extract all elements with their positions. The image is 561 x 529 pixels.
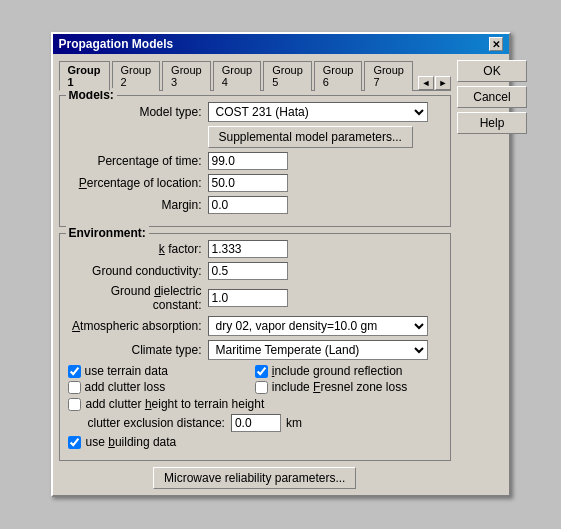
add-clutter-loss-checkbox[interactable] [68, 381, 81, 394]
add-clutter-loss-cell: add clutter loss [68, 380, 255, 394]
include-ground-reflection-checkbox[interactable] [255, 365, 268, 378]
margin-input[interactable] [208, 196, 288, 214]
include-ground-reflection-label: include ground reflection [272, 364, 403, 378]
use-building-data-checkbox[interactable] [68, 436, 81, 449]
model-type-row: Model type: COST 231 (Hata) [68, 102, 442, 122]
climate-type-row: Climate type: Maritime Temperate (Land) [68, 340, 442, 360]
tab-group3[interactable]: Group 3 [162, 61, 211, 91]
clutter-exclusion-row: clutter exclusion distance: km [68, 414, 442, 432]
climate-type-select[interactable]: Maritime Temperate (Land) [208, 340, 428, 360]
tab-group2[interactable]: Group 2 [112, 61, 161, 91]
include-fresnel-zone-loss-checkbox[interactable] [255, 381, 268, 394]
side-buttons: OK Cancel Help [457, 60, 527, 489]
add-clutter-height-row: add clutter height to terrain height [68, 397, 442, 411]
atmospheric-absorption-row: Atmospheric absorption: dry 02, vapor de… [68, 316, 442, 336]
ground-dielectric-label: Ground dielectric constant: [68, 284, 208, 312]
k-factor-label: k factor: [68, 242, 208, 256]
tab-group6[interactable]: Group 6 [314, 61, 363, 91]
tab-nav-right[interactable]: ► [435, 76, 451, 90]
percentage-location-input[interactable] [208, 174, 288, 192]
ground-dielectric-row: Ground dielectric constant: [68, 284, 442, 312]
title-bar: Propagation Models ✕ [53, 34, 509, 54]
models-section: Models: Model type: COST 231 (Hata) Supp… [59, 95, 451, 227]
atmospheric-absorption-select[interactable]: dry 02, vapor density=10.0 gm [208, 316, 428, 336]
tab-group1[interactable]: Group 1 [59, 61, 110, 91]
tab-group7[interactable]: Group 7 [364, 61, 413, 91]
model-type-label: Model type: [68, 105, 208, 119]
supplemental-btn-row: Supplemental model parameters... [208, 126, 442, 148]
dialog-title: Propagation Models [59, 37, 174, 51]
margin-label: Margin: [68, 198, 208, 212]
tab-group5[interactable]: Group 5 [263, 61, 312, 91]
use-terrain-data-checkbox[interactable] [68, 365, 81, 378]
clutter-exclusion-input[interactable] [231, 414, 281, 432]
clutter-exclusion-unit: km [286, 416, 302, 430]
include-ground-reflection-cell: include ground reflection [255, 364, 442, 378]
environment-section: Environment: k factor: Ground conductivi… [59, 233, 451, 461]
ground-conductivity-input[interactable] [208, 262, 288, 280]
environment-section-label: Environment: [66, 226, 149, 240]
use-building-data-label: use building data [86, 435, 177, 449]
percentage-time-input[interactable] [208, 152, 288, 170]
k-factor-row: k factor: [68, 240, 442, 258]
model-type-select[interactable]: COST 231 (Hata) [208, 102, 428, 122]
propagation-models-dialog: Propagation Models ✕ Group 1 Group 2 Gro… [51, 32, 511, 497]
cancel-button[interactable]: Cancel [457, 86, 527, 108]
dialog-body: Group 1 Group 2 Group 3 Group 4 Group 5 … [53, 54, 509, 495]
checkboxes-grid: use terrain data include ground reflecti… [68, 364, 442, 394]
supplemental-button[interactable]: Supplemental model parameters... [208, 126, 413, 148]
tab-nav-left[interactable]: ◄ [418, 76, 434, 90]
tab-group4[interactable]: Group 4 [213, 61, 262, 91]
ok-button[interactable]: OK [457, 60, 527, 82]
ground-conductivity-row: Ground conductivity: [68, 262, 442, 280]
use-terrain-data-cell: use terrain data [68, 364, 255, 378]
ground-dielectric-input[interactable] [208, 289, 288, 307]
margin-row: Margin: [68, 196, 442, 214]
percentage-time-row: Percentage of time: [68, 152, 442, 170]
clutter-exclusion-label: clutter exclusion distance: [88, 416, 225, 430]
include-fresnel-zone-loss-cell: include Fresnel zone loss [255, 380, 442, 394]
climate-type-label: Climate type: [68, 343, 208, 357]
add-clutter-height-label: add clutter height to terrain height [86, 397, 265, 411]
percentage-location-label: Percentage of location: [68, 176, 208, 190]
atmospheric-absorption-label: Atmospheric absorption: [68, 319, 208, 333]
add-clutter-loss-label: add clutter loss [85, 380, 166, 394]
close-button[interactable]: ✕ [489, 37, 503, 51]
help-button[interactable]: Help [457, 112, 527, 134]
microwave-btn-row: Microwave reliability parameters... [59, 467, 451, 489]
main-panel: Group 1 Group 2 Group 3 Group 4 Group 5 … [59, 60, 451, 489]
microwave-button[interactable]: Microwave reliability parameters... [153, 467, 356, 489]
use-terrain-data-label: use terrain data [85, 364, 168, 378]
tab-bar: Group 1 Group 2 Group 3 Group 4 Group 5 … [59, 60, 451, 91]
k-factor-input[interactable] [208, 240, 288, 258]
percentage-time-label: Percentage of time: [68, 154, 208, 168]
include-fresnel-zone-loss-label: include Fresnel zone loss [272, 380, 407, 394]
use-building-data-row: use building data [68, 435, 442, 449]
tab-nav: ◄ ► [417, 60, 451, 90]
ground-conductivity-label: Ground conductivity: [68, 264, 208, 278]
percentage-location-row: Percentage of location: [68, 174, 442, 192]
add-clutter-height-checkbox[interactable] [68, 398, 81, 411]
